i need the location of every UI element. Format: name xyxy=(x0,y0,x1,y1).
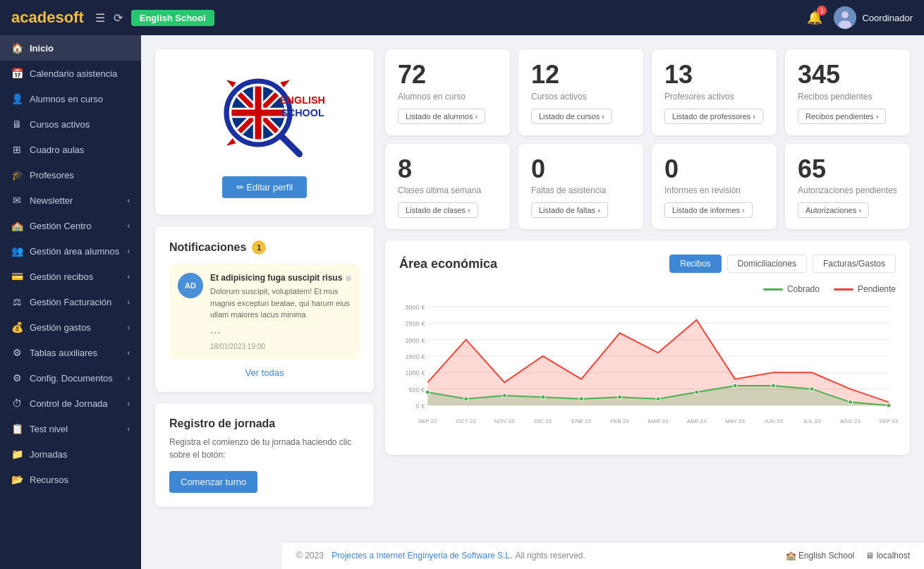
area-eco-title: Área económica xyxy=(399,257,497,271)
avatar xyxy=(834,6,856,29)
sidebar-label-gestion-recibos: Gestión recibos xyxy=(30,271,93,282)
svg-text:SEP 23: SEP 23 xyxy=(879,418,899,424)
sidebar-item-gestion-facturacion[interactable]: ⚖ Gestión Facturación ‹ xyxy=(0,289,141,314)
sidebar-icon-test-nivel: 📋 xyxy=(11,423,23,434)
sidebar-icon-inicio: 🏠 xyxy=(11,42,23,54)
stat-link-6[interactable]: Listado de informes xyxy=(664,202,753,218)
notification-bell[interactable]: 🔔 1 xyxy=(807,10,822,25)
sidebar-label-gestion-alumnos: Gestión área alumnos xyxy=(30,246,119,257)
sidebar-icon-recursos: 📂 xyxy=(11,474,23,485)
sidebar-item-cursos[interactable]: 🖥 Cursos activos xyxy=(0,111,141,137)
stat-label-6: Informes en revisión xyxy=(664,185,764,195)
sidebar-label-calendario: Calendario asistencia xyxy=(30,68,117,79)
edit-profile-button[interactable]: ✏ Editar perfil xyxy=(222,176,307,198)
stat-label-2: Profesores activos xyxy=(664,92,764,102)
svg-point-51 xyxy=(695,391,699,395)
svg-text:JUN 23: JUN 23 xyxy=(764,418,783,424)
svg-text:3000 €: 3000 € xyxy=(406,304,425,311)
stat-link-4[interactable]: Listado de clases xyxy=(398,202,478,218)
sidebar-item-tablas[interactable]: ⚙ Tablas auxiliares ‹ xyxy=(0,340,141,365)
svg-point-49 xyxy=(618,396,622,400)
stat-link-7[interactable]: Autorizaciones xyxy=(798,202,869,218)
eco-tab-0[interactable]: Recibos xyxy=(669,255,721,273)
sidebar-item-gestion-alumnos[interactable]: 👥 Gestión área alumnos ‹ xyxy=(0,238,141,264)
svg-text:0 €: 0 € xyxy=(416,403,425,410)
svg-text:2500 €: 2500 € xyxy=(406,321,425,328)
svg-point-48 xyxy=(579,397,583,401)
stat-link-2[interactable]: Listado de professores xyxy=(664,109,763,124)
legend-cobrado: Cobrado xyxy=(763,284,820,294)
sidebar-item-calendario[interactable]: 📅 Calendario asistencia xyxy=(0,61,141,86)
sidebar-icon-profesores: 🎓 xyxy=(11,169,23,181)
eco-tab-1[interactable]: Domiciliaciones xyxy=(727,255,807,273)
sidebar-item-test-nivel[interactable]: 📋 Test nivel ‹ xyxy=(0,416,141,441)
svg-point-52 xyxy=(733,384,737,388)
sidebar-item-cuadro[interactable]: ⊞ Cuadro aulas xyxy=(0,137,141,162)
sidebar-icon-control-jornada: ⏱ xyxy=(11,398,23,409)
logo-acade: acade xyxy=(11,8,55,26)
notification-count: 1 xyxy=(817,6,827,16)
stat-card-3: 345 Recibos pendientes Recibos pendiente… xyxy=(785,49,910,135)
sidebar-item-newsletter[interactable]: ✉ Newsletter ‹ xyxy=(0,188,141,213)
sidebar-item-alumnos[interactable]: 👤 Alumnos en curso xyxy=(0,86,141,111)
eco-tab-2[interactable]: Facturas/Gastos xyxy=(813,255,896,273)
sidebar-item-profesores[interactable]: 🎓 Profesores xyxy=(0,162,141,188)
sidebar-item-inicio[interactable]: 🏠 Inicio xyxy=(0,35,141,61)
school-badge[interactable]: English School xyxy=(131,10,214,26)
sidebar-item-gestion-gastos[interactable]: 💰 Gestión gastos ‹ xyxy=(0,314,141,340)
sidebar-label-config-doc: Config. Documentos xyxy=(30,373,113,384)
right-column: 72 Alumnos en curso Listado de alumnos 1… xyxy=(385,49,910,507)
nav-right: 🔔 1 Coordinador xyxy=(807,6,913,29)
stat-card-5: 0 Faltas de asistencia Listado de faltas xyxy=(518,144,643,230)
menu-icon[interactable]: ☰ xyxy=(95,11,105,25)
stat-link-0[interactable]: Listado de alumnos xyxy=(398,109,485,124)
refresh-icon[interactable]: ⟳ xyxy=(114,11,123,25)
svg-point-56 xyxy=(887,403,891,408)
sidebar-label-inicio: Inicio xyxy=(30,43,54,54)
notif-more-dots[interactable]: ··· xyxy=(210,325,351,340)
sidebar-item-jornadas[interactable]: 📁 Jornadas xyxy=(0,441,141,467)
user-menu[interactable]: Coordinador xyxy=(834,6,913,29)
stat-link-5[interactable]: Listado de faltas xyxy=(531,202,608,218)
sidebar-label-cuadro: Cuadro aulas xyxy=(30,145,84,155)
notif-text: Dolorum suscipit, voluptatem! Et mus mag… xyxy=(210,286,351,321)
sidebar-label-recursos: Recursos xyxy=(30,475,68,485)
sidebar-icon-cursos: 🖥 xyxy=(11,118,23,130)
sidebar-chevron-config-doc: ‹ xyxy=(128,374,130,382)
sidebar-icon-gestion-gastos: 💰 xyxy=(11,322,23,333)
sidebar-item-control-jornada[interactable]: ⏱ Control de Jornada ‹ xyxy=(0,391,141,416)
sidebar-icon-config-doc: ⚙ xyxy=(11,372,23,384)
stat-link-3[interactable]: Recibos pendientes xyxy=(798,109,886,124)
school-logo: ENGLISH SCHOOL xyxy=(201,66,328,165)
logo[interactable]: acadesoft xyxy=(11,8,84,27)
notification-item[interactable]: AD Et adipisicing fuga suscipit risus Do… xyxy=(169,264,360,359)
area-economica-card: Área económica RecibosDomiciliacionesFac… xyxy=(385,240,910,455)
footer-left: © 2023 Projectes a Internet Enginyeria d… xyxy=(296,551,585,561)
svg-text:SCHOOL: SCHOOL xyxy=(281,106,324,118)
sidebar-item-gestion-recibos[interactable]: 💳 Gestión recibos ‹ xyxy=(0,264,141,289)
svg-text:2000 €: 2000 € xyxy=(406,337,425,344)
stat-link-1[interactable]: Listado de cursos xyxy=(531,109,612,124)
ver-todas-link[interactable]: Ver todas xyxy=(169,367,360,378)
stat-card-0: 72 Alumnos en curso Listado de alumnos xyxy=(385,49,510,135)
area-eco-header: Área económica RecibosDomiciliacionesFac… xyxy=(399,255,896,273)
sidebar-item-recursos[interactable]: 📂 Recursos xyxy=(0,467,141,492)
sidebar-item-config-doc[interactable]: ⚙ Config. Documentos ‹ xyxy=(0,365,141,391)
sidebar-label-tablas: Tablas auxiliares xyxy=(30,348,97,358)
stat-number-0: 72 xyxy=(398,61,497,89)
stat-card-6: 0 Informes en revisión Listado de inform… xyxy=(652,144,777,230)
logo-soft: soft xyxy=(55,8,83,26)
stat-card-7: 65 Autorizaciones pendientes Autorizacio… xyxy=(785,144,910,230)
sidebar-icon-alumnos: 👤 xyxy=(11,93,23,104)
svg-rect-13 xyxy=(255,86,262,140)
notif-badge-count: 1 xyxy=(252,240,266,255)
comenzar-turno-button[interactable]: Comenzar turno xyxy=(169,471,257,493)
sidebar-chevron-gestion-alumnos: ‹ xyxy=(128,247,130,255)
sidebar-label-gestion-centro: Gestión Centro xyxy=(30,221,91,231)
svg-point-44 xyxy=(425,391,430,395)
footer: © 2023 Projectes a Internet Enginyeria d… xyxy=(282,542,924,569)
footer-company-link[interactable]: Projectes a Internet Enginyeria de Softw… xyxy=(332,551,512,561)
svg-point-55 xyxy=(848,400,852,405)
sidebar-item-gestion-centro[interactable]: 🏫 Gestión Centro ‹ xyxy=(0,213,141,238)
stat-number-6: 0 xyxy=(664,155,764,183)
